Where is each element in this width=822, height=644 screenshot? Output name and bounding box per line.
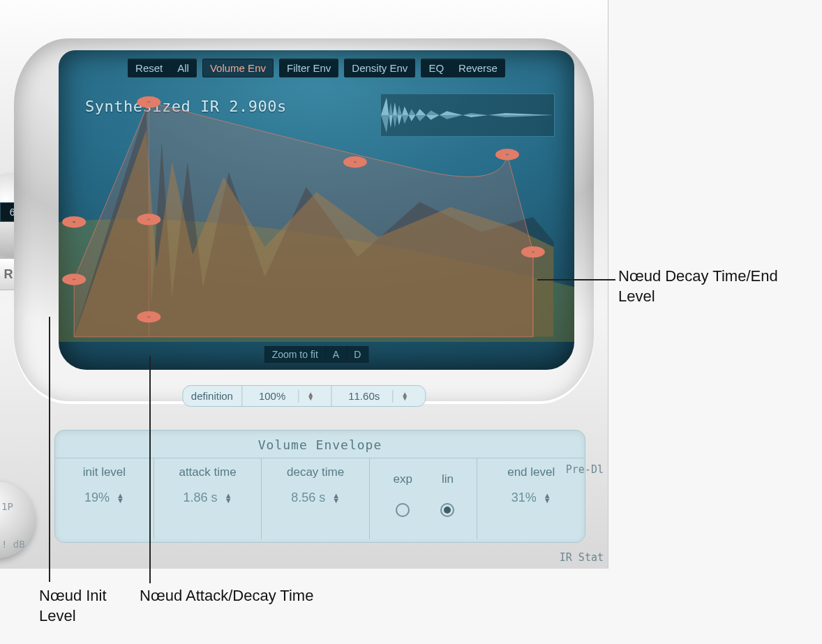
tab-eq[interactable]: EQ <box>421 59 451 77</box>
callout-line <box>537 279 615 280</box>
node-decay-end[interactable] <box>526 248 539 255</box>
callout-decay-end: Nœud Decay Time/End Level <box>618 267 800 306</box>
definition-time-stepper[interactable]: 11.60s ▲▼ <box>331 386 425 406</box>
zoom-d-button[interactable]: D <box>346 347 368 362</box>
definition-pct-stepper[interactable]: 100% ▲▼ <box>241 386 331 406</box>
stepper-icon[interactable]: ▲▼ <box>392 390 417 403</box>
radio-lin[interactable] <box>440 503 454 517</box>
stepper-icon[interactable]: ▲▼ <box>298 390 322 403</box>
hdr-end-level: end level <box>503 458 559 486</box>
node-curve-ctrl-1[interactable] <box>348 159 361 165</box>
init-level-stepper[interactable]: 19% ▲▼ <box>84 491 124 505</box>
hdr-exp: exp <box>389 465 416 493</box>
hdr-init-level: init level <box>79 458 130 486</box>
callout-line <box>149 356 151 583</box>
plugin-window: 600s ▲▼ R 1P ! dB Reset All Volume Env F… <box>0 0 608 569</box>
callout-init-level: Nœud Init Level <box>39 586 137 626</box>
node-init-level[interactable] <box>68 276 81 283</box>
tab-filter-env[interactable]: Filter Env <box>280 59 338 77</box>
lcd-toolbar: Reset All Volume Env Filter Env Density … <box>59 59 574 77</box>
callout-attack-decay: Nœud Attack/Decay Time <box>140 586 377 606</box>
radio-exp[interactable] <box>396 503 410 517</box>
callout-line <box>49 317 50 582</box>
definition-label: definition <box>183 386 241 406</box>
node-attack-low[interactable] <box>142 314 156 320</box>
node-attack-top[interactable] <box>142 99 156 105</box>
node-init-upper[interactable] <box>68 219 81 225</box>
side-label-ir: IR Stat <box>560 551 604 564</box>
tab-density-env[interactable]: Density Env <box>345 59 414 77</box>
hdr-decay-time: decay time <box>283 458 348 486</box>
left-label-a: 1P <box>1 501 13 512</box>
zoom-to-fit-button[interactable]: Zoom to fit <box>265 347 325 362</box>
left-label-b: ! dB <box>1 539 25 550</box>
panel-title: Volume Envelope <box>55 430 585 458</box>
lcd-screen: Reset All Volume Env Filter Env Density … <box>59 50 574 370</box>
stepper-icon[interactable]: ▲▼ <box>117 493 124 503</box>
reset-button[interactable]: Reset <box>128 59 170 77</box>
stepper-icon[interactable]: ▲▼ <box>225 493 232 503</box>
hdr-attack-time: attack time <box>174 458 240 486</box>
node-attack-mid[interactable] <box>142 216 156 223</box>
end-level-stepper[interactable]: 31% ▲▼ <box>511 491 551 505</box>
stepper-icon[interactable]: ▲▼ <box>544 493 551 503</box>
reset-all-button[interactable]: All <box>170 59 196 77</box>
attack-time-stepper[interactable]: 1.86 s ▲▼ <box>184 491 232 505</box>
side-label-pre: Pre-Dl <box>566 463 604 476</box>
volume-envelope-panel: Volume Envelope init level 19% ▲▼ attack… <box>54 430 585 543</box>
definition-row: definition 100% ▲▼ 11.60s ▲▼ <box>182 385 426 407</box>
tab-volume-env[interactable]: Volume Env <box>203 59 273 77</box>
decay-time-stepper[interactable]: 8.56 s ▲▼ <box>291 491 340 505</box>
zoom-controls: Zoom to fit A D <box>264 346 369 363</box>
node-curve-ctrl-2[interactable] <box>500 151 514 158</box>
zoom-a-button[interactable]: A <box>325 347 346 362</box>
hdr-lin: lin <box>438 465 458 493</box>
envelope-graph[interactable] <box>59 92 574 342</box>
tab-reverse[interactable]: Reverse <box>451 59 505 77</box>
stepper-icon[interactable]: ▲▼ <box>332 493 340 503</box>
